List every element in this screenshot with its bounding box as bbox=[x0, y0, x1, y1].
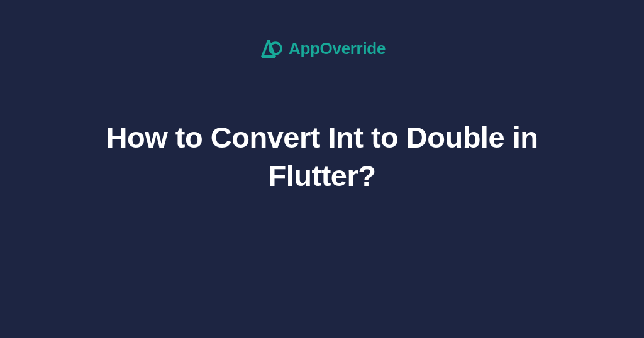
page-title: How to Convert Int to Double in Flutter? bbox=[96, 118, 548, 195]
appoverride-logo-icon bbox=[258, 36, 282, 60]
brand-logo: AppOverride bbox=[258, 36, 386, 60]
brand-name: AppOverride bbox=[289, 39, 386, 58]
